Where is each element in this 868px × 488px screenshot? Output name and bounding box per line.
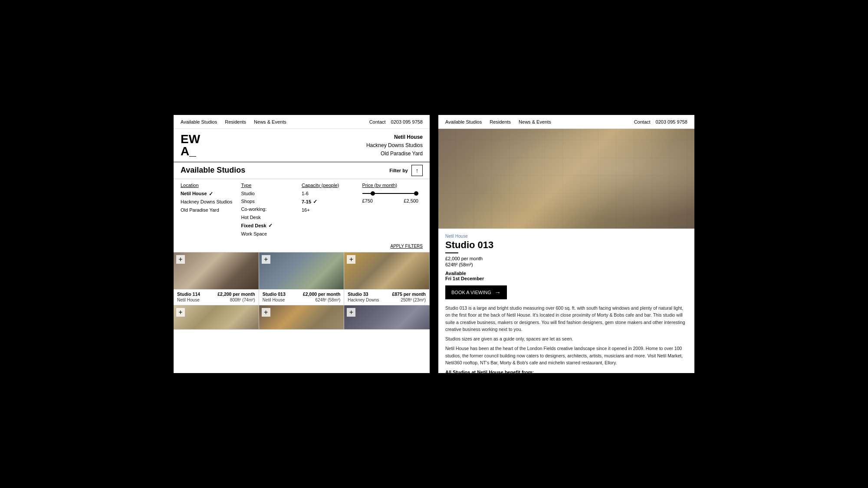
studio-expand-5[interactable]: + — [347, 308, 355, 317]
filter-sort-button[interactable]: ↑ — [411, 165, 423, 176]
right-nav-news-events[interactable]: News & Events — [519, 119, 551, 124]
filter-capacity-1-6[interactable]: 1-6 — [302, 190, 358, 197]
studio-image-3 — [174, 305, 259, 329]
filter-type-fixeddesk-check: ✓ — [268, 222, 273, 229]
filter-type-studio-label: Studio — [241, 190, 255, 197]
right-nav-phone: 0203 095 9758 — [656, 119, 687, 124]
filter-type-workspace[interactable]: Work Space — [241, 231, 298, 237]
benefits-title: All Studios at Netil House benefit from: — [445, 370, 687, 373]
left-screen: Available Studios Residents News & Event… — [174, 115, 430, 373]
filter-capacity-7-15-label: 7-15 — [302, 199, 311, 205]
available-studios-header: Available Studios Filter by ↑ — [174, 162, 430, 179]
studio-card-3[interactable]: + — [174, 305, 259, 330]
studio-expand-4[interactable]: + — [262, 308, 270, 317]
nav-news-events[interactable]: News & Events — [254, 119, 286, 124]
studio-expand-3[interactable]: + — [176, 308, 185, 317]
studio-size-0: 800ft² (74m²) — [230, 298, 255, 302]
studio-sub-0: Netil House 800ft² (74m²) — [177, 298, 255, 302]
studio-price-2: £875 per month — [392, 291, 426, 297]
nav-contact[interactable]: Contact — [369, 119, 386, 124]
studio-hero-image — [438, 129, 694, 229]
studio-sub-2: Hackney Downs 250ft² (23m²) — [348, 298, 426, 302]
book-viewing-label: BOOK A VIEWING — [451, 290, 491, 295]
studio-detail-size: 624ft² (58m²) — [445, 262, 687, 267]
right-nav-contact[interactable]: Contact — [634, 119, 651, 124]
left-nav: Available Studios Residents News & Event… — [174, 115, 430, 129]
studio-detail-price: £2,000 per month — [445, 256, 687, 261]
filter-type-fixeddesk-label: Fixed Desk — [241, 223, 266, 229]
filter-type-coworking-label: Co-working: — [241, 206, 267, 213]
studio-detail-body: Netil House Studio 013 £2,000 per month … — [438, 229, 694, 373]
studio-expand-1[interactable]: + — [262, 255, 270, 264]
filter-location-netil-label: Netil House — [181, 190, 207, 197]
studio-name-1: Studio 013 — [263, 291, 286, 297]
studio-image-2 — [344, 252, 429, 289]
studio-expand-0[interactable]: + — [176, 255, 185, 264]
logo-line1: EW — [181, 133, 200, 145]
studio-location-tag: Netil House — [445, 234, 687, 239]
studio-card-5[interactable]: + — [344, 305, 430, 330]
book-viewing-button[interactable]: BOOK A VIEWING → — [445, 285, 507, 299]
studio-desc-2: Studios sizes are given as a guide only,… — [445, 335, 687, 342]
studio-grid: + Studio 114 £2,200 per month Netil Hous… — [174, 252, 430, 330]
studio-size-2: 250ft² (23m²) — [401, 298, 426, 302]
right-nav-links-left: Available Studios Residents News & Event… — [445, 119, 551, 124]
book-viewing-arrow-icon: → — [495, 289, 501, 296]
studio-info-0: Studio 114 £2,200 per month Netil House … — [174, 289, 259, 305]
filter-type-studio[interactable]: Studio — [241, 190, 298, 197]
filter-type-header[interactable]: Type — [241, 183, 298, 188]
studio-image-5 — [344, 305, 430, 329]
filter-location-old-paradise[interactable]: Old Paradise Yard — [181, 207, 237, 213]
studio-divider — [445, 252, 458, 253]
filter-location-netil-check: ✓ — [209, 190, 213, 198]
nav-available-studios[interactable]: Available Studios — [181, 119, 217, 124]
left-header: EW A_ Netil House Hackney Downs Studios … — [174, 129, 430, 162]
filter-location-old-paradise-label: Old Paradise Yard — [181, 207, 219, 213]
location-hackney-downs[interactable]: Hackney Downs Studios — [366, 141, 423, 150]
filter-type-fixeddesk[interactable]: Fixed Desk ✓ — [241, 222, 298, 229]
studio-price-1: £2,000 per month — [303, 291, 340, 297]
filter-price-header[interactable]: Price (by month) — [362, 183, 419, 188]
right-nav-available-studios[interactable]: Available Studios — [445, 119, 482, 124]
studio-price-0: £2,200 per month — [217, 291, 255, 297]
filter-type-coworking[interactable]: Co-working: — [241, 206, 298, 213]
studio-name-2: Studio 33 — [348, 291, 368, 297]
studio-available-label: Available — [445, 271, 687, 276]
filter-location-header[interactable]: Location — [181, 183, 237, 188]
studio-card-4[interactable]: + — [259, 305, 345, 330]
studio-detail-name: Studio 013 — [445, 240, 687, 250]
logo: EW A_ — [181, 133, 200, 158]
apply-filters-button[interactable]: APPLY FILTERS — [174, 242, 430, 252]
studio-card-2[interactable]: + Studio 33 £875 per month Hackney Downs… — [344, 252, 430, 305]
nav-links-left: Available Studios Residents News & Event… — [181, 119, 286, 124]
studio-card-1[interactable]: + Studio 013 £2,000 per month Netil Hous… — [259, 252, 345, 305]
studio-size-1: 624ft² (58m²) — [316, 298, 341, 302]
filter-capacity-16-label: 16+ — [302, 207, 310, 213]
right-nav-residents[interactable]: Residents — [490, 119, 511, 124]
studio-name-price-2: Studio 33 £875 per month — [348, 291, 426, 297]
filter-capacity-7-15[interactable]: 7-15 ✓ — [302, 198, 358, 206]
filter-capacity-col: Capacity (people) 1-6 7-15 ✓ 16+ — [302, 183, 362, 239]
filter-location-hackney[interactable]: Hackney Downs Studios — [181, 199, 237, 205]
logo-line2: A_ — [181, 145, 200, 157]
filter-location-netil[interactable]: Netil House ✓ — [181, 190, 237, 198]
studio-info-2: Studio 33 £875 per month Hackney Downs 2… — [344, 289, 429, 305]
price-range-right-handle[interactable] — [414, 191, 418, 196]
price-range-left-handle[interactable] — [371, 191, 375, 196]
filter-type-workspace-label: Work Space — [241, 231, 267, 237]
studio-image-4 — [259, 305, 344, 329]
nav-residents[interactable]: Residents — [225, 119, 246, 124]
filter-type-shops-label: Shops — [241, 198, 255, 205]
filter-type-hotdesk[interactable]: Hot Desk — [241, 214, 298, 221]
location-list: Netil House Hackney Downs Studios Old Pa… — [366, 133, 423, 158]
studio-expand-2[interactable]: + — [347, 255, 355, 264]
filter-type-shops[interactable]: Shops — [241, 198, 298, 205]
filter-capacity-header[interactable]: Capacity (people) — [302, 183, 358, 188]
studio-image-0 — [174, 252, 259, 289]
location-netil-house[interactable]: Netil House — [366, 133, 423, 141]
studio-name-0: Studio 114 — [177, 291, 200, 297]
studio-location-2: Hackney Downs — [348, 298, 379, 302]
location-old-paradise[interactable]: Old Paradise Yard — [366, 150, 423, 158]
studio-card-0[interactable]: + Studio 114 £2,200 per month Netil Hous… — [174, 252, 259, 305]
filter-capacity-16[interactable]: 16+ — [302, 207, 358, 213]
